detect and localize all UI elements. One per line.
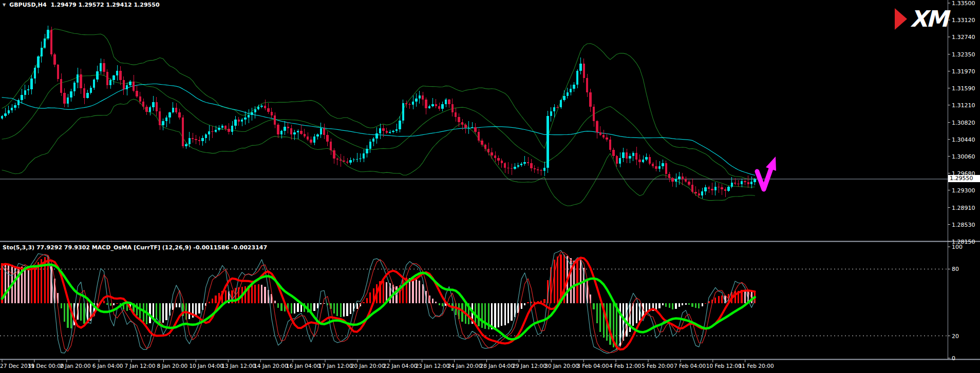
candle-body xyxy=(701,191,703,195)
candle-body xyxy=(382,128,384,130)
osma-bar xyxy=(264,287,266,303)
time-tick-label[interactable]: 24 Jan 20:00 xyxy=(448,363,482,369)
time-tick-label[interactable]: 16 Jan 04:00 xyxy=(286,363,320,369)
time-tick-label[interactable]: 22 Jan 04:00 xyxy=(383,363,417,369)
candle-body xyxy=(550,111,552,116)
time-tick-label[interactable]: 13 Jan 12:00 xyxy=(221,363,255,369)
ohlc-quote-label: 1.29479 1.29572 1.29412 1.29550 xyxy=(51,2,160,8)
candle-body xyxy=(260,106,262,107)
osma-bar xyxy=(336,303,338,316)
candle-body xyxy=(139,96,141,102)
candle-body xyxy=(461,122,463,125)
candle-body xyxy=(576,71,578,85)
time-tick-label[interactable]: 28 Jan 04:00 xyxy=(480,363,514,369)
time-tick-label[interactable]: 10 Jan 04:00 xyxy=(189,363,223,369)
candle-body xyxy=(642,160,644,162)
time-tick-label[interactable]: 2 Jan 20:00 xyxy=(60,363,91,369)
candle-body xyxy=(363,153,365,159)
candle-body xyxy=(241,120,243,122)
time-tick-label[interactable]: 7 Jan 12:00 xyxy=(125,363,156,369)
osma-bar xyxy=(165,303,167,320)
candle-body xyxy=(277,125,279,134)
candle-body xyxy=(126,85,128,89)
time-tick-label[interactable]: 11 Feb 20:00 xyxy=(739,363,774,369)
osma-bar xyxy=(261,285,262,303)
candle-body xyxy=(698,193,700,195)
candle-body xyxy=(609,140,611,150)
osma-bar xyxy=(366,298,368,303)
candle-body xyxy=(320,128,322,134)
price-tick-label: 1.31970 xyxy=(952,68,975,75)
osma-bar xyxy=(258,284,259,303)
osma-bar xyxy=(481,303,483,328)
osma-bar xyxy=(718,296,720,303)
level-tick-label: 80 xyxy=(952,266,959,272)
chart-canvas[interactable]: 1.335001.331201.327401.323501.319701.315… xyxy=(0,0,980,373)
time-tick-label[interactable]: 4 Feb 12:00 xyxy=(609,363,641,369)
candle-body xyxy=(481,141,483,145)
candle-body xyxy=(205,134,207,138)
osma-bar xyxy=(254,285,256,303)
time-tick-label[interactable]: 3 Feb 04:00 xyxy=(577,363,609,369)
time-tick-label[interactable]: 23 Jan 12:00 xyxy=(416,363,449,369)
candle-body xyxy=(106,72,108,85)
time-tick-label[interactable]: 29 Jan 12:00 xyxy=(512,363,546,369)
candle-body xyxy=(100,63,102,71)
osma-bar xyxy=(37,262,39,303)
time-tick-label[interactable]: 5 Feb 20:00 xyxy=(642,363,673,369)
candle-body xyxy=(238,120,240,122)
candle-body xyxy=(11,108,13,110)
candle-body xyxy=(721,187,723,189)
osma-bar xyxy=(179,303,180,307)
osma-bar xyxy=(527,302,529,303)
candle-body xyxy=(415,99,417,102)
price-tick-label: 1.32740 xyxy=(952,34,975,41)
candle-body xyxy=(491,152,493,155)
osma-bar xyxy=(682,303,683,305)
candle-body xyxy=(24,90,26,95)
candle-body xyxy=(356,159,358,160)
time-tick-label[interactable]: 30 Jan 20:00 xyxy=(544,363,578,369)
osma-bar xyxy=(679,303,680,307)
candle-body xyxy=(21,95,23,100)
candle-body xyxy=(116,71,118,75)
osma-bar xyxy=(346,303,348,316)
candle-body xyxy=(284,127,286,130)
candle-body xyxy=(419,95,421,99)
time-tick-label[interactable]: 6 Jan 04:00 xyxy=(92,363,123,369)
candle-body xyxy=(616,156,618,164)
time-tick-label[interactable]: 20 Jan 20:00 xyxy=(351,363,385,369)
time-tick-label[interactable]: 10 Feb 12:00 xyxy=(706,363,742,369)
candle-body xyxy=(422,95,424,100)
candle-body xyxy=(133,82,135,91)
osma-bar xyxy=(159,303,161,323)
candle-body xyxy=(560,100,562,108)
symbol-dropdown-icon[interactable]: ▼ xyxy=(3,3,6,7)
candle-body xyxy=(234,120,236,126)
candle-body xyxy=(727,187,729,191)
candle-body xyxy=(511,168,513,169)
osma-bar xyxy=(623,303,624,341)
osma-bar xyxy=(291,303,292,313)
candle-body xyxy=(50,30,52,55)
candle-body xyxy=(583,64,585,78)
candle-body xyxy=(17,100,20,105)
osma-bar xyxy=(320,303,322,304)
candle-body xyxy=(543,168,545,171)
candle-body xyxy=(359,159,361,159)
candle-body xyxy=(215,130,217,132)
time-tick-label[interactable]: 17 Jan 12:00 xyxy=(318,363,352,369)
osma-bar xyxy=(416,280,417,303)
candle-body xyxy=(497,158,499,161)
candle-body xyxy=(37,56,39,67)
time-tick-label[interactable]: 7 Feb 04:00 xyxy=(674,363,706,369)
candle-body xyxy=(316,134,318,136)
candle-body xyxy=(168,112,171,117)
time-tick-label[interactable]: 8 Jan 20:00 xyxy=(157,363,188,369)
time-tick-label[interactable]: 14 Jan 20:00 xyxy=(254,363,288,369)
candle-body xyxy=(86,93,88,98)
candle-body xyxy=(474,127,476,132)
time-tick-label[interactable]: 31 Dec 00:00 xyxy=(28,363,64,369)
candle-body xyxy=(517,165,519,167)
candle-body xyxy=(313,136,315,143)
